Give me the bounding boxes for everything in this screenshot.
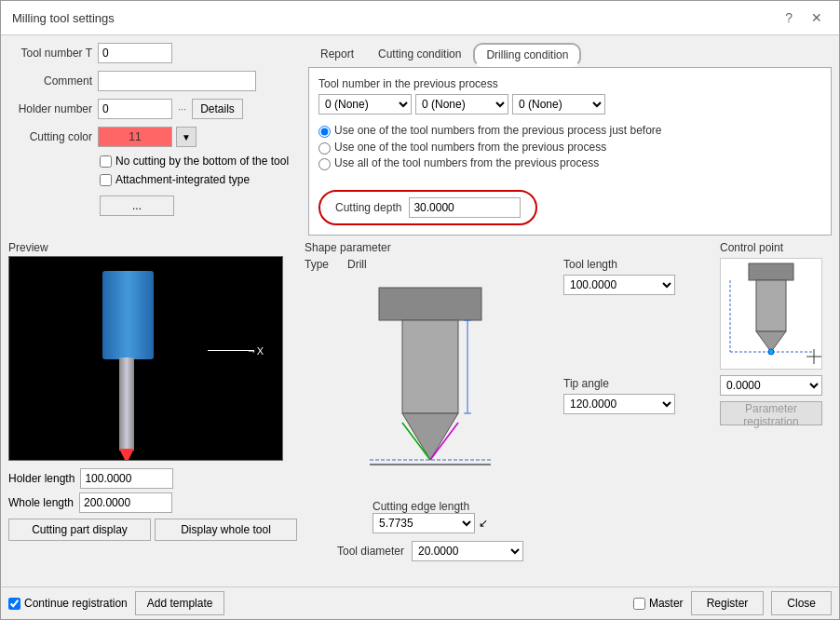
- dots-button[interactable]: ...: [100, 195, 174, 216]
- display-whole-tool-button[interactable]: Display whole tool: [155, 519, 297, 541]
- cutting-color-row: Cutting color 11 ▼: [8, 127, 297, 147]
- svg-point-14: [768, 349, 774, 355]
- prev-tool-3[interactable]: 0 (None): [512, 94, 605, 115]
- dots-row: ...: [8, 195, 297, 216]
- radio-row-3: Use all of the tool numbers from the pre…: [318, 156, 821, 171]
- radio-row-2: Use one of the tool numbers from the pre…: [318, 141, 821, 155]
- cutting-depth-label: Cutting depth: [335, 201, 401, 214]
- tip-angle-select[interactable]: 120.0000: [563, 394, 675, 414]
- cutting-part-display-button[interactable]: Cutting part display: [8, 519, 151, 541]
- right-params: Tool length 100.0000 Tip angle: [563, 258, 712, 579]
- radio-label-1: Use one of the tool numbers from the pre…: [334, 124, 662, 139]
- prev-tool-2[interactable]: 0 (None): [415, 94, 508, 115]
- holder-number-label: Holder number: [8, 102, 92, 115]
- whole-length-row: Whole length: [8, 492, 297, 513]
- radio-use-previous[interactable]: [318, 142, 331, 155]
- cutting-edge-select[interactable]: 5.7735: [373, 513, 475, 533]
- preview-label: Preview: [8, 241, 297, 254]
- shape-param-label: Shape parameter: [305, 241, 712, 254]
- cutting-depth-input[interactable]: [409, 197, 521, 218]
- no-cutting-row: No cutting by the bottom of the tool: [100, 155, 297, 168]
- holder-length-row: Holder length: [8, 468, 297, 489]
- top-section: Tool number T Comment Holder number ··· …: [8, 43, 832, 236]
- tab-drilling-condition[interactable]: Drilling condition: [473, 43, 581, 67]
- prev-tool-1[interactable]: 0 (None): [318, 94, 412, 115]
- add-template-button[interactable]: Add template: [135, 591, 225, 615]
- tab-cutting-condition[interactable]: Cutting condition: [366, 43, 473, 67]
- continue-registration-label: Continue registration: [24, 597, 128, 610]
- details-button[interactable]: Details: [192, 99, 243, 119]
- main-content: Tool number T Comment Holder number ··· …: [1, 35, 839, 586]
- whole-length-label: Whole length: [8, 496, 74, 509]
- master-label: Master: [649, 597, 684, 610]
- color-selector: 11 ▼: [98, 127, 196, 147]
- continue-registration-row: Continue registration: [8, 597, 128, 610]
- tab-bar: Report Cutting condition Drilling condit…: [308, 43, 832, 68]
- holder-number-input[interactable]: [98, 99, 172, 119]
- attachment-label: Attachment-integrated type: [115, 173, 250, 186]
- whole-length-input[interactable]: [79, 492, 172, 513]
- middle-section: Preview →X Holder length: [8, 241, 832, 579]
- svg-rect-1: [402, 320, 458, 413]
- shape-panel: Shape parameter Type Drill: [305, 241, 712, 579]
- axis-line: [208, 350, 254, 351]
- register-button[interactable]: Register: [691, 591, 765, 615]
- color-box[interactable]: 11: [98, 127, 172, 147]
- holder-length-input[interactable]: [80, 468, 173, 489]
- svg-rect-10: [749, 263, 793, 280]
- tool-length-select[interactable]: 100.0000: [563, 275, 675, 295]
- tab-report[interactable]: Report: [308, 43, 366, 67]
- radio-use-just-before[interactable]: [318, 126, 331, 138]
- tool-number-label: Tool number T: [8, 47, 92, 60]
- master-checkbox[interactable]: [633, 598, 645, 610]
- continue-registration-checkbox[interactable]: [8, 598, 20, 610]
- master-row: Master: [633, 597, 684, 610]
- close-window-button[interactable]: ✕: [806, 8, 828, 27]
- comment-label: Comment: [8, 74, 92, 88]
- control-point-diagram: [720, 258, 822, 370]
- tool-length-label: Tool length: [563, 258, 712, 271]
- tool-tip-shape: [119, 449, 134, 461]
- cutting-edge-arrow: ↙: [479, 517, 488, 530]
- main-window: Milling tool settings ? ✕ Tool number T …: [0, 0, 840, 620]
- svg-rect-11: [756, 280, 786, 331]
- tool-holder-shape: [102, 271, 154, 359]
- holder-number-row: Holder number ··· Details: [8, 99, 297, 119]
- control-point-panel: Control point: [720, 241, 832, 579]
- color-dropdown-arrow[interactable]: ▼: [176, 127, 196, 147]
- preview-panel: Preview →X Holder length: [8, 241, 297, 579]
- title-controls: ? ✕: [779, 8, 828, 27]
- radio-use-all[interactable]: [318, 158, 331, 170]
- radio-label-2: Use one of the tool numbers from the pre…: [334, 141, 606, 155]
- drill-diagram-svg: [337, 278, 523, 492]
- title-bar: Milling tool settings ? ✕: [1, 1, 839, 35]
- tool-number-input[interactable]: [98, 43, 172, 63]
- svg-rect-0: [379, 288, 481, 320]
- no-cutting-checkbox[interactable]: [100, 155, 112, 168]
- cutting-color-label: Cutting color: [8, 130, 92, 143]
- tool-number-section-label: Tool number in the previous process: [318, 77, 821, 90]
- type-label: Type: [305, 258, 329, 271]
- control-point-select[interactable]: 0.0000: [720, 375, 822, 396]
- help-button[interactable]: ?: [779, 8, 798, 27]
- tool-diameter-select[interactable]: 20.0000: [412, 541, 523, 561]
- control-point-label: Control point: [720, 241, 832, 254]
- cutting-depth-container: Cutting depth: [318, 190, 537, 225]
- comment-row: Comment: [8, 71, 297, 91]
- tool-number-row: Tool number T: [8, 43, 297, 63]
- close-button[interactable]: Close: [771, 591, 832, 615]
- tool-diameter-label: Tool diameter: [337, 545, 404, 558]
- radio-group: Use one of the tool numbers from the pre…: [318, 124, 821, 171]
- holder-length-label: Holder length: [8, 472, 75, 485]
- attachment-row: Attachment-integrated type: [100, 173, 297, 186]
- left-panel: Tool number T Comment Holder number ··· …: [8, 43, 297, 236]
- parameter-registration-button[interactable]: Parameter registration: [720, 401, 822, 425]
- preview-canvas: →X: [8, 256, 283, 461]
- tool-number-section: Tool number in the previous process 0 (N…: [318, 77, 821, 115]
- attachment-checkbox[interactable]: [100, 174, 112, 186]
- svg-marker-2: [402, 413, 458, 460]
- type-row: Type Drill: [305, 258, 556, 271]
- type-value: Drill: [347, 258, 367, 271]
- comment-input[interactable]: [98, 71, 256, 91]
- tool-length-group: Tool length 100.0000: [563, 258, 712, 295]
